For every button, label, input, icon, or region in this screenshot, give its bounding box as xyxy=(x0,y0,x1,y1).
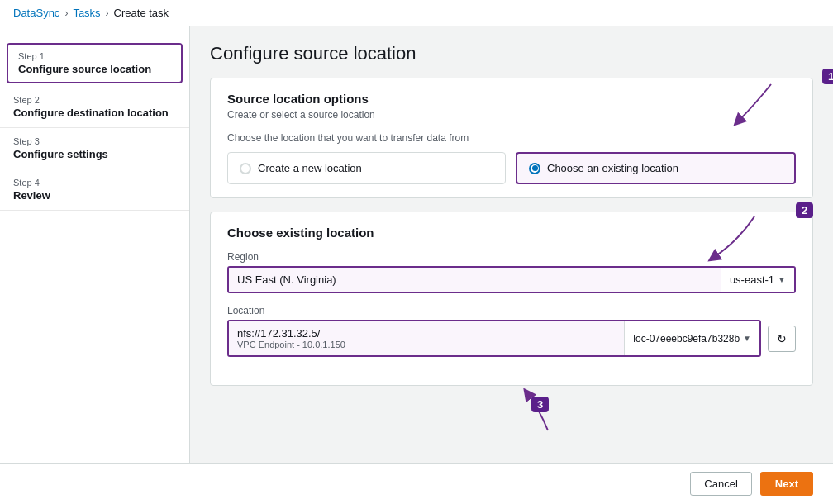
region-field-group: Region US East (N. Virginia) us-east-1 ▼ xyxy=(227,251,796,293)
page-layout: Step 1 Configure source location Step 2 … xyxy=(0,26,833,500)
sidebar-item-step3[interactable]: Step 3 Configure settings xyxy=(0,128,189,169)
top-navigation: DataSync › Tasks › Create task xyxy=(0,0,833,26)
location-dropdown-icon: ▼ xyxy=(743,334,751,343)
breadcrumb-current: Create task xyxy=(114,7,169,19)
breadcrumb-datasync[interactable]: DataSync xyxy=(13,7,60,19)
step4-label: Step 4 xyxy=(13,178,176,188)
radio-prompt: Choose the location that you want to tra… xyxy=(227,132,796,144)
sidebar-item-step1[interactable]: Step 1 Configure source location xyxy=(7,43,183,83)
radio-options-row: Create a new location Choose an existing… xyxy=(227,152,796,184)
step2-label: Step 2 xyxy=(13,95,176,105)
region-dropdown-icon: ▼ xyxy=(778,275,786,284)
radio-circle-create xyxy=(240,163,251,174)
location-right-select[interactable]: loc-07eeebc9efa7b328b ▼ xyxy=(624,321,759,355)
radio-create-label: Create a new location xyxy=(258,162,362,174)
step3-title: Configure settings xyxy=(13,148,176,160)
choose-existing-title: Choose existing location xyxy=(227,226,796,240)
sidebar-item-step2[interactable]: Step 2 Configure destination location xyxy=(0,87,189,128)
annotation-1: 1 xyxy=(822,69,833,84)
location-label: Location xyxy=(227,305,796,316)
location-field-group: Location nfs://172.31.32.5/ VPC Endpoint… xyxy=(227,305,796,357)
breadcrumb-tasks[interactable]: Tasks xyxy=(73,7,100,19)
step4-title: Review xyxy=(13,189,176,202)
annotation-3: 3 xyxy=(531,397,549,412)
step2-title: Configure destination location xyxy=(13,107,176,119)
breadcrumb-sep-1: › xyxy=(64,7,68,19)
radio-existing-label: Choose an existing location xyxy=(547,162,678,174)
location-sub-text: VPC Endpoint - 10.0.1.150 xyxy=(237,340,616,349)
location-left-area: nfs://172.31.32.5/ VPC Endpoint - 10.0.1… xyxy=(229,321,624,355)
step3-label: Step 3 xyxy=(13,136,176,146)
region-label: Region xyxy=(227,251,796,263)
source-location-card-subtitle: Create or select a source location xyxy=(227,109,796,121)
step1-label: Step 1 xyxy=(18,51,171,61)
location-id-text: loc-07eeebc9efa7b328b xyxy=(633,333,740,345)
annotation-2: 2 xyxy=(796,202,813,218)
cancel-button[interactable]: Cancel xyxy=(690,472,751,496)
breadcrumb-sep-2: › xyxy=(106,7,109,19)
sidebar-item-step4[interactable]: Step 4 Review xyxy=(0,169,189,211)
radio-circle-existing xyxy=(529,163,540,174)
radio-choose-existing[interactable]: Choose an existing location xyxy=(516,152,796,184)
bottom-bar: Cancel Next xyxy=(0,463,833,504)
page-title: Configure source location xyxy=(210,43,813,64)
source-location-card-title: Source location options xyxy=(227,92,796,106)
region-right-select[interactable]: us-east-1 ▼ xyxy=(721,268,794,292)
main-content: Configure source location 1 Source locat… xyxy=(190,26,833,500)
choose-existing-card: 2 Choose existing location Region US Eas… xyxy=(210,212,813,386)
refresh-button[interactable]: ↻ xyxy=(768,326,796,352)
region-right-text: us-east-1 xyxy=(730,273,774,286)
next-button[interactable]: Next xyxy=(760,472,813,496)
location-select-wrap[interactable]: nfs://172.31.32.5/ VPC Endpoint - 10.0.1… xyxy=(227,320,761,357)
step1-title: Configure source location xyxy=(18,63,171,75)
radio-create-new[interactable]: Create a new location xyxy=(227,152,506,184)
source-location-card: 1 Source location options Create or sele… xyxy=(210,78,813,198)
region-select-row[interactable]: US East (N. Virginia) us-east-1 ▼ xyxy=(227,266,796,293)
location-select-row: nfs://172.31.32.5/ VPC Endpoint - 10.0.1… xyxy=(227,320,796,357)
location-main-text: nfs://172.31.32.5/ xyxy=(237,327,616,340)
sidebar: Step 1 Configure source location Step 2 … xyxy=(0,26,190,500)
refresh-icon: ↻ xyxy=(777,332,787,345)
region-left-value: US East (N. Virginia) xyxy=(229,268,721,292)
